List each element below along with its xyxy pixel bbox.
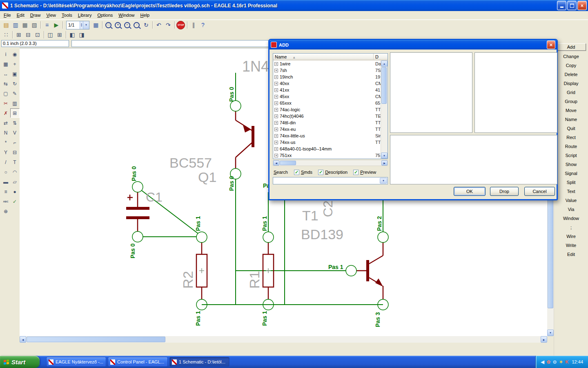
move-icon[interactable]: ↔ xyxy=(1,69,11,79)
tree-row[interactable]: +1wireDa xyxy=(273,61,381,67)
save-icon[interactable]: ▥ xyxy=(11,20,20,29)
sidebar-item-display[interactable]: Display xyxy=(557,80,586,87)
tree-row[interactable]: +40xxCM xyxy=(273,80,381,87)
smds-checkbox-icon[interactable]: ✓ xyxy=(294,170,299,175)
menu-options[interactable]: Options xyxy=(94,11,116,19)
horizontal-scroll-thumb[interactable] xyxy=(27,337,165,342)
print-icon[interactable]: ▦ xyxy=(20,20,29,29)
library-listbox[interactable]: Name▲ D +1wireDa+7sh7S+19inch19+40xxCM+4… xyxy=(273,53,388,159)
menu-library[interactable]: Library xyxy=(75,11,95,19)
expand-icon[interactable]: + xyxy=(274,75,278,79)
tray-antivirus-icon[interactable]: ✿ xyxy=(547,360,550,364)
column-header-description[interactable]: D xyxy=(374,54,388,60)
text-icon[interactable]: T xyxy=(10,157,20,167)
sidebar-item-change[interactable]: Change xyxy=(557,53,586,60)
tree-row[interactable]: +65xxx65 xyxy=(273,100,381,106)
tree-row[interactable]: +45xxCM xyxy=(273,93,381,100)
scroll-left-icon[interactable]: ◀ xyxy=(273,160,279,166)
canvas-horizontal-scrollbar[interactable]: ◀ ▶ xyxy=(20,336,547,343)
menu-view[interactable]: View xyxy=(43,11,59,19)
scroll-down-icon[interactable]: ▼ xyxy=(381,153,388,159)
display-icon[interactable]: ▦ xyxy=(1,59,11,69)
zoom-select-icon[interactable]: ▫ xyxy=(132,20,141,29)
sidebar-item-write[interactable]: Write xyxy=(557,242,586,249)
scroll-right-icon[interactable]: ▶ xyxy=(541,336,547,343)
eye-icon[interactable]: ◉ xyxy=(10,49,20,59)
mirror-icon[interactable]: ⇆ xyxy=(1,79,11,88)
expand-icon[interactable]: + xyxy=(274,154,278,157)
rotate-icon[interactable]: ↻ xyxy=(10,79,20,88)
arc-icon[interactable]: ◠ xyxy=(10,167,20,177)
menu-edit[interactable]: Edit xyxy=(14,11,27,19)
tray-update-icon[interactable]: ✶ xyxy=(559,360,563,364)
sidebar-item-name[interactable]: Name xyxy=(557,116,586,123)
drop-button[interactable]: Drop xyxy=(490,187,519,196)
tree-row[interactable]: +7sh7S xyxy=(273,67,381,74)
sidebar-item-move[interactable]: Move xyxy=(557,107,586,114)
menu-window[interactable]: Window xyxy=(116,11,137,19)
tree-row[interactable]: +19inch19 xyxy=(273,74,381,80)
value-icon[interactable]: V xyxy=(10,128,20,137)
tray-k-icon[interactable]: K xyxy=(566,360,569,364)
scroll-down-icon[interactable]: ▼ xyxy=(547,330,554,336)
sidebar-item-route[interactable]: Route xyxy=(557,143,586,150)
sidebar-item-via[interactable]: Via xyxy=(557,206,586,213)
checkbox-smds[interactable]: ✓Smds xyxy=(294,170,312,175)
undo-icon[interactable]: ↶ xyxy=(154,20,163,29)
preview-checkbox-icon[interactable]: ✓ xyxy=(353,170,359,175)
script-icon[interactable]: ≡ xyxy=(42,20,51,29)
sidebar-item-group[interactable]: Group xyxy=(557,98,586,105)
rect-icon[interactable]: ▬ xyxy=(1,177,11,186)
hide-icons-chevron[interactable]: ◀ xyxy=(541,360,544,364)
sidebar-item-window[interactable]: Window xyxy=(557,215,586,222)
frame-split-icon-6[interactable]: ◧ xyxy=(68,30,77,39)
label-icon[interactable]: ABC xyxy=(1,197,11,206)
expand-icon[interactable]: + xyxy=(274,147,278,151)
miter-icon[interactable]: ⌐ xyxy=(10,138,20,147)
component-t1[interactable] xyxy=(356,242,383,299)
list-hscroll-thumb[interactable] xyxy=(280,161,296,165)
sidebar-item-edit[interactable]: Edit xyxy=(557,251,586,258)
copy-icon[interactable]: ▣ xyxy=(10,69,20,79)
scroll-up-icon[interactable]: ▲ xyxy=(381,61,388,67)
junction-icon[interactable]: ● xyxy=(10,187,20,196)
column-header-name[interactable]: Name▲ xyxy=(273,54,374,60)
expand-icon[interactable]: + xyxy=(274,95,278,99)
sidebar-item-signal[interactable]: Signal xyxy=(557,170,586,177)
list-vertical-scrollbar[interactable]: ▲ ▼ xyxy=(381,61,388,159)
taskbar-task[interactable]: Control Panel - EAGL... xyxy=(108,357,168,367)
sidebar-item-show[interactable]: Show xyxy=(557,161,586,168)
sheet-combo[interactable]: 1/1▲▼▼ xyxy=(66,21,89,29)
tree-row[interactable]: +751xx75 xyxy=(273,152,381,159)
zoom-in-icon[interactable]: + xyxy=(114,20,122,29)
sidebar-item-split[interactable]: Split xyxy=(557,179,586,186)
stop-icon[interactable]: STOP xyxy=(176,20,185,29)
sheet-combo-spinner[interactable]: ▲▼ xyxy=(80,21,83,29)
expand-icon[interactable]: + xyxy=(274,82,278,85)
taskbar-task[interactable]: EAGLE Nyáktervező -... xyxy=(46,357,106,367)
cancel-button[interactable]: Cancel xyxy=(524,187,555,196)
wire-icon[interactable]: / xyxy=(1,157,11,167)
tray-network-icon[interactable]: ⊙ xyxy=(553,360,557,364)
name-icon[interactable]: N xyxy=(1,128,11,137)
tree-row[interactable]: +74xx-little-usSin xyxy=(273,132,381,139)
sidebar-item-semicolon[interactable]: ; xyxy=(557,224,586,231)
frame-split-icon-3[interactable]: ⊡ xyxy=(33,30,42,39)
expand-icon[interactable]: + xyxy=(274,114,278,118)
zoom-icon[interactable]: ⊕ xyxy=(1,206,11,216)
zoom-fit-icon[interactable]: □ xyxy=(104,20,113,29)
tree-row[interactable]: +74xx-euTT xyxy=(273,126,381,132)
grid-dots-icon[interactable]: ∷ xyxy=(2,30,11,39)
sheet-combo-dropdown-icon[interactable]: ▼ xyxy=(83,21,89,29)
cut-icon[interactable]: ✂ xyxy=(1,99,11,108)
scroll-left-icon[interactable]: ◀ xyxy=(20,336,26,343)
add-icon[interactable]: ⊞ xyxy=(10,108,20,118)
menu-file[interactable]: File xyxy=(1,11,14,19)
help-icon[interactable]: ? xyxy=(198,20,207,29)
dialog-close-button[interactable]: × xyxy=(547,40,555,49)
add-dialog-titlebar[interactable]: ADD × xyxy=(270,40,557,49)
tree-row[interactable]: +41xx41 xyxy=(273,87,381,93)
expand-icon[interactable]: + xyxy=(274,88,278,92)
tree-row[interactable]: +74ac-logicTT xyxy=(273,106,381,113)
list-scroll-thumb[interactable] xyxy=(381,67,387,104)
